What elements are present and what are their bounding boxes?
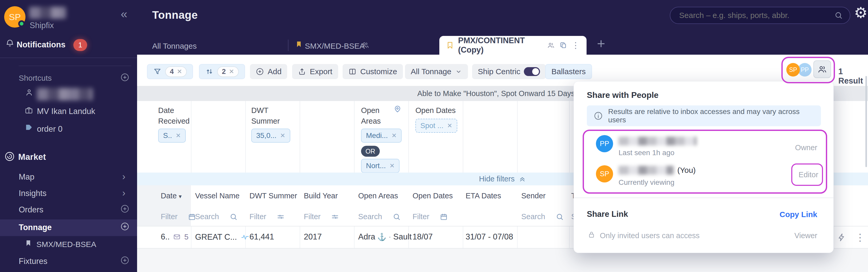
info-icon xyxy=(594,111,603,121)
sort-button[interactable]: 2✕ xyxy=(199,64,245,79)
column-filter-sender[interactable]: Search xyxy=(521,212,564,221)
search-input[interactable] xyxy=(679,11,834,20)
cell-vessel[interactable]: GREAT C... xyxy=(195,232,250,242)
chevron-down-icon xyxy=(455,68,462,75)
redacted-text[interactable] xyxy=(37,88,93,100)
tonnage-type-dropdown[interactable]: All Tonnage xyxy=(405,64,468,79)
clear-filters-icon[interactable]: ✕ xyxy=(177,68,182,75)
tab-all-tonnages[interactable]: All Tonnages xyxy=(152,42,197,51)
location-pin-icon[interactable] xyxy=(393,104,402,113)
filter-chip-dwt[interactable]: 35,0... ✕ xyxy=(251,128,290,143)
remove-chip-icon[interactable]: ✕ xyxy=(280,132,285,139)
filter-chip-open-dates[interactable]: Spot ... ✕ xyxy=(415,119,457,133)
copy-link-button[interactable]: Copy Link xyxy=(780,210,817,219)
sort-count-pill[interactable]: 2✕ xyxy=(217,66,239,77)
cell-dates[interactable]: 18/07 xyxy=(412,232,433,242)
online-status-dot xyxy=(18,20,25,27)
remove-chip-icon[interactable]: ✕ xyxy=(392,132,397,139)
remove-chip-icon[interactable]: ✕ xyxy=(176,132,181,139)
filter-count-pill[interactable]: 4✕ xyxy=(165,66,187,77)
sidebar-item-smx-med-bsea[interactable]: SMX/MED-BSEA xyxy=(36,240,96,249)
double-chevron-up-icon[interactable] xyxy=(518,175,526,183)
add-shortcut-icon[interactable] xyxy=(120,72,129,82)
remove-chip-icon[interactable]: ✕ xyxy=(390,162,395,170)
chevron-right-icon[interactable]: › xyxy=(122,171,125,182)
column-filter-areas[interactable]: Search xyxy=(358,212,401,221)
global-search[interactable] xyxy=(670,7,850,24)
cell-eta[interactable]: 31/07 - 07/08 xyxy=(466,232,513,242)
anchor-icon: ⚓ xyxy=(377,233,386,241)
cell-areas[interactable]: Adra ⚓ · Sault xyxy=(358,232,411,242)
chevron-right-icon[interactable]: › xyxy=(122,188,125,199)
duplicate-tab-icon[interactable] xyxy=(559,41,567,50)
vertical-scrollbar[interactable] xyxy=(865,76,867,167)
shortcut-item-order[interactable]: order 0 xyxy=(37,124,62,134)
column-header-sender[interactable]: Sender xyxy=(521,191,546,200)
ship-centric-toggle[interactable] xyxy=(524,67,540,76)
cell-dwt[interactable]: 61,441 xyxy=(249,232,274,242)
calendar-icon[interactable] xyxy=(440,213,448,221)
bell-icon xyxy=(5,38,14,48)
bookmark-icon xyxy=(25,239,32,247)
column-header-dates[interactable]: Open Dates xyxy=(412,191,453,200)
sort-arrows-icon xyxy=(205,67,214,76)
export-button[interactable]: Export xyxy=(292,64,338,79)
filter-chip-area-1[interactable]: Medi... ✕ xyxy=(361,128,402,143)
chip-text: S.. xyxy=(163,131,172,140)
column-header-dwt[interactable]: DWT Summer xyxy=(249,191,297,200)
lightning-icon[interactable] xyxy=(837,233,846,242)
sliders-icon[interactable] xyxy=(277,213,285,221)
sidebar-item-tonnage[interactable]: Tonnage xyxy=(19,223,52,232)
column-header-vessel[interactable]: Vessel Name xyxy=(195,191,240,200)
search-icon[interactable] xyxy=(834,11,843,20)
row-kebab-icon[interactable]: ⋮ xyxy=(855,232,865,243)
customize-button[interactable]: Customize xyxy=(343,64,403,79)
search-icon[interactable] xyxy=(229,213,238,221)
column-filter-dwt[interactable]: Filter xyxy=(249,212,285,221)
column-filter-vessel[interactable]: Search xyxy=(195,212,238,221)
sidebar-item-map[interactable]: Map xyxy=(19,172,34,182)
sidebar-item-notifications[interactable]: Notifications xyxy=(17,40,66,50)
remove-chip-icon[interactable]: ✕ xyxy=(447,122,452,129)
clear-sort-icon[interactable]: ✕ xyxy=(229,68,234,75)
plus-circle-icon[interactable] xyxy=(120,204,129,213)
add-button[interactable]: Add xyxy=(250,64,287,79)
shortcut-item-vessel[interactable]: MV Ikan Landuk xyxy=(37,107,95,116)
cell-date[interactable]: 6.. 5 xyxy=(161,232,189,242)
column-header-date[interactable]: Date ▾ xyxy=(161,191,182,200)
pulse-icon[interactable] xyxy=(240,232,250,242)
filter-chip-area-2[interactable]: Nort... ✕ xyxy=(361,159,400,173)
column-header-eta[interactable]: ETA Dates xyxy=(466,191,501,200)
filter-operator-pill: OR xyxy=(361,146,380,157)
column-header-areas[interactable]: Open Areas xyxy=(358,191,398,200)
filter-chip-date-received[interactable]: S.. ✕ xyxy=(158,128,186,143)
ballasters-button[interactable]: Ballasters xyxy=(545,64,592,79)
column-header-build[interactable]: Build Year xyxy=(304,191,338,200)
sidebar-item-orders[interactable]: Orders xyxy=(19,205,43,214)
funnel-icon xyxy=(153,67,161,76)
tab-kebab-icon[interactable]: ⋮ xyxy=(571,40,580,50)
column-filter-date[interactable]: Filter xyxy=(161,212,196,221)
link-role[interactable]: Viewer xyxy=(795,232,817,240)
sidebar-collapse-icon[interactable]: « xyxy=(121,8,127,20)
gear-icon[interactable]: ⚙ xyxy=(854,5,867,20)
people-icon xyxy=(547,41,555,49)
tab-smx-med-bsea[interactable]: SMX/MED-BSEA xyxy=(305,42,365,51)
ship-centric-label: Ship Centric xyxy=(478,67,520,76)
search-icon[interactable] xyxy=(393,213,401,221)
search-icon[interactable] xyxy=(556,213,564,221)
sliders-icon[interactable] xyxy=(331,213,339,221)
plus-circle-icon[interactable] xyxy=(120,222,129,231)
new-tab-button[interactable]: + xyxy=(597,36,605,51)
column-filter-dates[interactable]: Filter xyxy=(412,212,448,221)
hide-filters-label[interactable]: Hide filters xyxy=(479,175,515,183)
column-filter-build[interactable]: Filter xyxy=(304,212,339,221)
plus-circle-icon[interactable] xyxy=(120,255,129,265)
sidebar-item-insights[interactable]: Insights xyxy=(19,189,46,198)
sidebar-item-fixtures[interactable]: Fixtures xyxy=(19,256,47,266)
tab-pmx-continent-active[interactable]: PMX/CONTINENT (Copy) ⋮ xyxy=(439,36,587,55)
export-icon xyxy=(298,67,306,76)
cell-build[interactable]: 2017 xyxy=(304,232,322,242)
filters-button[interactable]: 4✕ xyxy=(147,64,193,79)
bookmark-outline-icon[interactable] xyxy=(446,41,454,49)
